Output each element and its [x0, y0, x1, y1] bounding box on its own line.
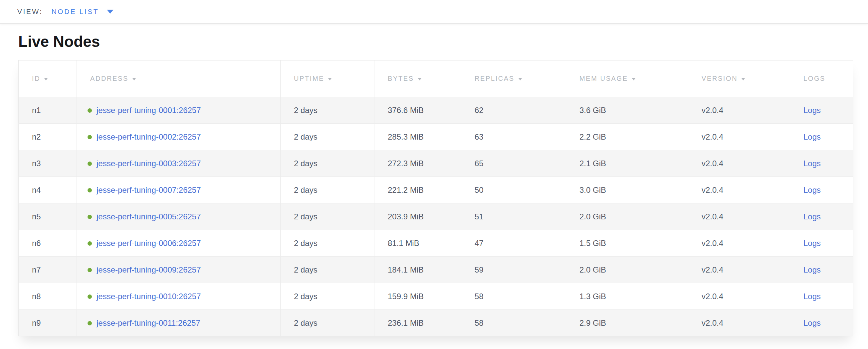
column-header-mem_usage[interactable]: MEM USAGE	[566, 61, 688, 97]
sort-caret-icon	[518, 78, 522, 80]
logs-link[interactable]: Logs	[803, 318, 821, 327]
bytes-cell: 376.6 MiB	[374, 97, 461, 124]
logs-cell: Logs	[790, 177, 853, 203]
logs-cell: Logs	[790, 124, 853, 150]
node-id-cell: n3	[19, 150, 77, 177]
bytes-cell: 236.1 MiB	[374, 310, 461, 336]
sort-caret-icon	[741, 78, 745, 80]
node-address-link[interactable]: jesse-perf-tuning-0009:26257	[96, 265, 201, 274]
column-header-version[interactable]: VERSION	[688, 61, 790, 97]
sort-caret-icon	[632, 78, 636, 80]
node-id-cell: n1	[19, 97, 77, 124]
version-cell: v2.0.4	[688, 124, 790, 150]
node-address-link[interactable]: jesse-perf-tuning-0005:26257	[96, 212, 201, 221]
node-id: n6	[32, 239, 41, 248]
version-cell: v2.0.4	[688, 150, 790, 177]
version-cell: v2.0.4	[688, 283, 790, 310]
column-header-bytes[interactable]: BYTES	[374, 61, 461, 97]
live-status-icon	[88, 135, 92, 139]
node-address-link[interactable]: jesse-perf-tuning-0010:26257	[96, 292, 201, 301]
node-id: n8	[32, 292, 41, 301]
node-address-cell: jesse-perf-tuning-0009:26257	[77, 256, 281, 283]
live-status-icon	[88, 108, 92, 113]
replicas-cell: 50	[461, 177, 566, 203]
page-title: Live Nodes	[18, 33, 868, 50]
column-header-label: UPTIME	[294, 75, 324, 82]
logs-cell: Logs	[790, 230, 853, 256]
node-address-link[interactable]: jesse-perf-tuning-0002:26257	[96, 132, 201, 141]
node-id-cell: n7	[19, 256, 77, 283]
uptime-cell: 2 days	[281, 256, 374, 283]
view-selector-value: NODE LIST	[52, 8, 99, 15]
node-address-link[interactable]: jesse-perf-tuning-0006:26257	[96, 239, 201, 248]
sort-caret-icon	[328, 78, 332, 80]
node-address-cell: jesse-perf-tuning-0010:26257	[77, 283, 281, 310]
column-header-label: MEM USAGE	[580, 75, 628, 82]
version-cell: v2.0.4	[688, 203, 790, 230]
bytes-cell: 81.1 MiB	[374, 230, 461, 256]
node-address-cell: jesse-perf-tuning-0006:26257	[77, 230, 281, 256]
column-header-replicas[interactable]: REPLICAS	[461, 61, 566, 97]
logs-link[interactable]: Logs	[803, 212, 821, 221]
uptime-cell: 2 days	[281, 230, 374, 256]
node-id: n1	[32, 106, 41, 115]
sort-caret-icon	[418, 78, 422, 80]
column-header-uptime[interactable]: UPTIME	[281, 61, 374, 97]
mem-usage-cell: 2.0 GiB	[566, 203, 688, 230]
node-address-cell: jesse-perf-tuning-0003:26257	[77, 150, 281, 177]
column-header-logs: LOGS	[790, 61, 853, 97]
column-header-label: ID	[32, 75, 40, 82]
live-status-icon	[88, 241, 92, 246]
logs-cell: Logs	[790, 256, 853, 283]
logs-link[interactable]: Logs	[803, 106, 821, 115]
live-status-icon	[88, 162, 92, 166]
version-cell: v2.0.4	[688, 97, 790, 124]
node-address-link[interactable]: jesse-perf-tuning-0001:26257	[96, 106, 201, 115]
live-status-icon	[88, 321, 92, 325]
uptime-cell: 2 days	[281, 283, 374, 310]
column-header-id[interactable]: ID	[19, 61, 77, 97]
uptime-cell: 2 days	[281, 310, 374, 336]
column-header-label: LOGS	[803, 75, 826, 82]
bytes-cell: 184.1 MiB	[374, 256, 461, 283]
live-status-icon	[88, 215, 92, 219]
node-address-cell: jesse-perf-tuning-0007:26257	[77, 177, 281, 203]
replicas-cell: 62	[461, 97, 566, 124]
logs-link[interactable]: Logs	[803, 239, 821, 248]
live-status-icon	[88, 268, 92, 272]
node-id: n3	[32, 159, 41, 168]
replicas-cell: 58	[461, 283, 566, 310]
view-selector-dropdown[interactable]: NODE LIST	[52, 8, 114, 15]
uptime-cell: 2 days	[281, 124, 374, 150]
table-row: n7 jesse-perf-tuning-0009:26257 2 days 1…	[19, 256, 853, 283]
logs-link[interactable]: Logs	[803, 159, 821, 168]
logs-link[interactable]: Logs	[803, 185, 821, 195]
mem-usage-cell: 2.1 GiB	[566, 150, 688, 177]
bytes-cell: 272.3 MiB	[374, 150, 461, 177]
node-address-cell: jesse-perf-tuning-0001:26257	[77, 97, 281, 124]
sort-caret-icon	[132, 78, 136, 80]
column-header-address[interactable]: ADDRESS	[77, 61, 281, 97]
node-address-link[interactable]: jesse-perf-tuning-0011:26257	[96, 318, 200, 327]
node-address-cell: jesse-perf-tuning-0011:26257	[77, 310, 281, 336]
live-nodes-table-container: IDADDRESSUPTIMEBYTESREPLICASMEM USAGEVER…	[18, 60, 853, 336]
view-label: VIEW:	[17, 8, 43, 15]
replicas-cell: 47	[461, 230, 566, 256]
logs-link[interactable]: Logs	[803, 265, 821, 274]
version-cell: v2.0.4	[688, 256, 790, 283]
replicas-cell: 65	[461, 150, 566, 177]
node-id-cell: n6	[19, 230, 77, 256]
version-cell: v2.0.4	[688, 230, 790, 256]
logs-link[interactable]: Logs	[803, 292, 821, 301]
logs-link[interactable]: Logs	[803, 132, 821, 141]
column-header-label: VERSION	[702, 75, 738, 82]
table-row: n9 jesse-perf-tuning-0011:26257 2 days 2…	[19, 310, 853, 336]
node-id: n5	[32, 212, 41, 221]
node-address-link[interactable]: jesse-perf-tuning-0007:26257	[96, 185, 201, 195]
version-cell: v2.0.4	[688, 177, 790, 203]
replicas-cell: 63	[461, 124, 566, 150]
table-row: n2 jesse-perf-tuning-0002:26257 2 days 2…	[19, 124, 853, 150]
column-header-label: REPLICAS	[475, 75, 515, 82]
node-address-link[interactable]: jesse-perf-tuning-0003:26257	[96, 159, 201, 168]
live-nodes-table: IDADDRESSUPTIMEBYTESREPLICASMEM USAGEVER…	[18, 60, 853, 336]
